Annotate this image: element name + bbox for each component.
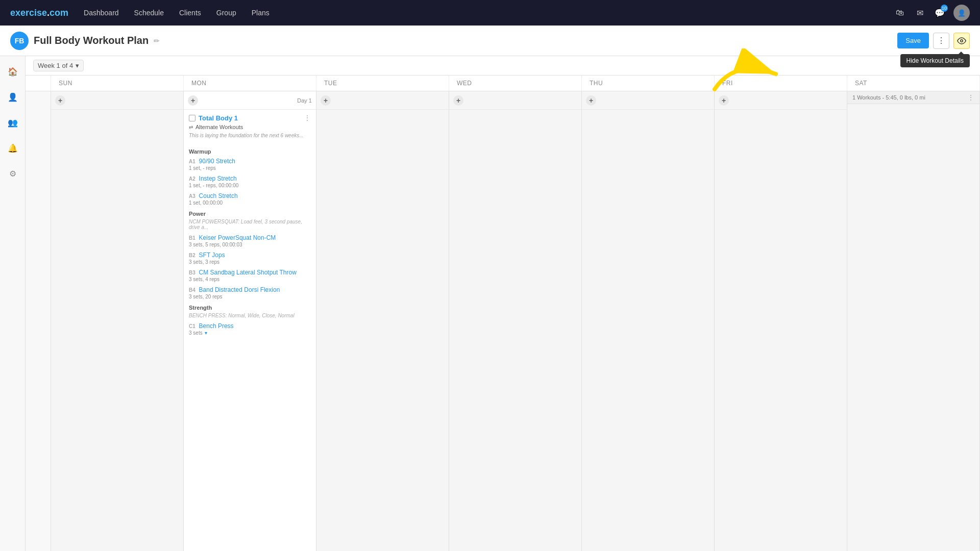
section-strength-note: BENCH PRESS: Normal, Wide, Close, Normal — [184, 312, 316, 320]
sidebar-settings-icon[interactable]: ⚙ — [5, 166, 20, 181]
logo-text: exercise — [10, 8, 47, 18]
notification-badge: 10 — [941, 5, 948, 12]
mail-icon[interactable]: ✉ — [914, 7, 926, 19]
plan-title-area: FB Full Body Workout Plan ✏ — [10, 32, 160, 50]
nav-group[interactable]: Group — [216, 9, 236, 17]
exercise-c1-sets: 3 sets ▾ — [189, 330, 311, 336]
exercise-b4-details: 3 sets, 20 reps — [189, 294, 311, 299]
svg-point-0 — [961, 39, 963, 42]
exercise-b3-name[interactable]: CM Sandbag Lateral Shotput Throw — [199, 269, 297, 276]
cart-icon[interactable]: 🛍 — [894, 7, 906, 19]
sat-workout-info-bar: 1 Workouts - 5:45, 0 lbs, 0 mi ⋮ — [847, 91, 979, 104]
edit-title-icon[interactable]: ✏ — [154, 37, 160, 45]
exercise-b1-details: 3 sets, 5 reps, 00:00:03 — [189, 242, 311, 247]
day-header-tue: TUE — [316, 76, 449, 91]
time-column — [26, 91, 51, 551]
nav-dashboard[interactable]: Dashboard — [84, 9, 119, 17]
exercise-a3-id: A3 — [189, 193, 195, 199]
day-col-sun: + — [51, 91, 184, 551]
exercise-b1-name[interactable]: Keiser PowerSquat Non-CM — [199, 234, 276, 241]
hide-workout-details-button[interactable] — [953, 33, 970, 49]
day-header-sat: SAT — [847, 76, 980, 91]
exercise-a1-label: A1 90/90 Stretch — [189, 158, 311, 165]
day-header-fri: FRI — [715, 76, 847, 91]
week-controls: Week 1 of 4 ▾ — [26, 56, 980, 76]
exercise-a1-name[interactable]: 90/90 Stretch — [199, 158, 235, 165]
sidebar-bell-icon[interactable]: 🔔 — [5, 140, 20, 156]
nav-clients[interactable]: Clients — [179, 9, 201, 17]
exercise-c1-name[interactable]: Bench Press — [199, 322, 234, 330]
exercise-b4-name[interactable]: Band Distracted Dorsi Flexion — [199, 286, 280, 293]
exercise-c1-details: 3 sets — [189, 330, 203, 336]
exercise-b1: B1 Keiser PowerSquat Non-CM 3 sets, 5 re… — [184, 232, 316, 249]
exercise-b2-name[interactable]: SFT Jops — [199, 252, 225, 259]
section-power-label: Power — [184, 208, 316, 218]
sun-add-button[interactable]: + — [55, 95, 65, 106]
alternate-row: ⇄ Alternate Workouts — [189, 124, 311, 130]
save-button[interactable]: Save — [897, 33, 929, 48]
exercise-a3-details: 1 set, 00:00:00 — [189, 200, 311, 206]
exercise-a2-details: 1 set, - reps, 00:00:00 — [189, 183, 311, 188]
workout-options-button[interactable]: ⋮ — [304, 114, 311, 122]
calendar-area: Week 1 of 4 ▾ SUN MON TUE WED THU FRI SA… — [26, 56, 980, 551]
nav-schedule[interactable]: Schedule — [134, 9, 164, 17]
exercise-a3-name[interactable]: Couch Stretch — [199, 192, 238, 199]
exercise-a1: A1 90/90 Stretch 1 set, - reps — [184, 156, 316, 173]
workout-card-header: Total Body 1 ⋮ — [189, 114, 311, 122]
user-avatar[interactable]: 👤 — [953, 5, 970, 21]
sat-workout-dots[interactable]: ⋮ — [967, 93, 974, 102]
alternate-label[interactable]: Alternate Workouts — [195, 124, 243, 130]
sun-day-top: + — [51, 91, 183, 110]
workout-checkbox[interactable] — [189, 115, 195, 121]
tue-day-top: + — [316, 91, 449, 110]
exercise-c1-label: C1 Bench Press — [189, 322, 311, 330]
mon-day-top: + Day 1 — [184, 91, 316, 110]
top-right-icons: 🛍 ✉ 💬 10 👤 — [894, 5, 970, 21]
workout-title[interactable]: Total Body 1 — [199, 114, 238, 122]
more-options-button[interactable]: ⋮ — [933, 33, 949, 49]
exercise-a2-id: A2 — [189, 176, 195, 182]
tooltip: Hide Workout Details — [900, 54, 970, 67]
week-label: Week 1 of 4 — [38, 62, 73, 69]
exercise-b2-id: B2 — [189, 253, 195, 258]
workout-card: Total Body 1 ⋮ ⇄ Alternate Workouts This… — [184, 110, 316, 145]
day-headers: SUN MON TUE WED THU FRI SAT — [26, 76, 980, 91]
sets-dropdown-arrow[interactable]: ▾ — [205, 330, 207, 336]
sidebar-user-icon[interactable]: 👤 — [5, 89, 20, 105]
day-header-thu: THU — [582, 76, 715, 91]
thu-add-button[interactable]: + — [586, 95, 596, 106]
plan-title: Full Body Workout Plan — [34, 35, 149, 46]
exercise-b3-details: 3 sets, 4 reps — [189, 277, 311, 282]
exercise-b3: B3 CM Sandbag Lateral Shotput Throw 3 se… — [184, 267, 316, 284]
day-col-fri: + — [715, 91, 847, 551]
exercise-a2-label: A2 Instep Stretch — [189, 175, 311, 182]
exercise-a2-name[interactable]: Instep Stretch — [199, 175, 237, 182]
exercise-a1-id: A1 — [189, 159, 195, 164]
workout-description: This is laying the foundation for the ne… — [189, 132, 311, 139]
chat-icon[interactable]: 💬 10 — [934, 7, 946, 19]
exercise-a2: A2 Instep Stretch 1 set, - reps, 00:00:0… — [184, 173, 316, 190]
sidebar-users-icon[interactable]: 👥 — [5, 115, 20, 130]
logo-domain: com — [50, 8, 68, 18]
exercise-b3-id: B3 — [189, 270, 195, 276]
exercise-a3-label: A3 Couch Stretch — [189, 192, 311, 199]
top-bar: exercise.com Dashboard Schedule Clients … — [0, 0, 980, 26]
thu-day-top: + — [582, 91, 714, 110]
fri-add-button[interactable]: + — [719, 95, 729, 106]
mon-day-label: Day 1 — [297, 97, 312, 104]
day-header-mon: MON — [184, 76, 316, 91]
wed-add-button[interactable]: + — [453, 95, 463, 106]
sidebar-home-icon[interactable]: 🏠 — [5, 64, 20, 79]
nav-plans[interactable]: Plans — [252, 9, 270, 17]
exercise-c1: C1 Bench Press 3 sets ▾ — [184, 320, 316, 338]
tue-add-button[interactable]: + — [321, 95, 331, 106]
day-col-tue: + — [316, 91, 449, 551]
section-power-note: NCM POWERSQUAT: Load feel, 3 second paus… — [184, 218, 316, 232]
exercise-b3-label: B3 CM Sandbag Lateral Shotput Throw — [189, 269, 311, 276]
week-chevron: ▾ — [76, 62, 79, 69]
week-selector[interactable]: Week 1 of 4 ▾ — [33, 60, 84, 71]
day-header-sun: SUN — [51, 76, 184, 91]
calendar-grid: + + Day 1 Total Body 1 ⋮ ⇄ — [26, 91, 980, 551]
header-actions: Save ⋮ Hide Workout Details — [897, 33, 970, 49]
mon-add-button[interactable]: + — [188, 95, 198, 106]
